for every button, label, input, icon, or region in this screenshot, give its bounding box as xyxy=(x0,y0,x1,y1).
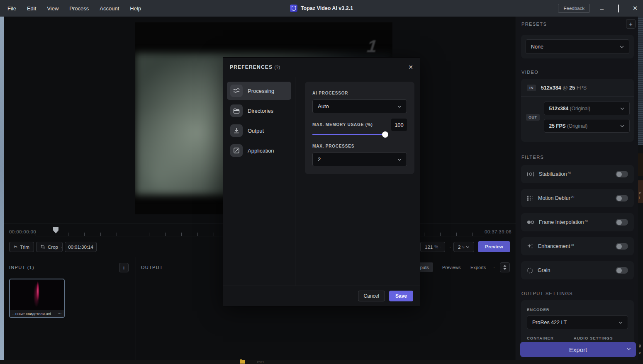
right-sidebar: PRESETS + None VIDEO IN 512x384 @ 25 FPS… xyxy=(516,17,638,360)
input-clip-card[interactable]: ...нные свидетели.avi ⋯ xyxy=(9,279,65,318)
chevron-down-icon xyxy=(466,246,470,248)
toggle-knob xyxy=(616,268,622,273)
ai-processor-dropdown[interactable]: Auto xyxy=(312,99,407,113)
memory-usage-label: MAX. MEMORY USAGE (%) xyxy=(312,122,373,127)
menu-edit[interactable]: Edit xyxy=(27,5,36,12)
topaz-logo-icon xyxy=(290,5,297,12)
panel-divider xyxy=(136,257,136,360)
chevron-down-icon xyxy=(620,107,624,110)
more-options-icon[interactable]: ⋯ xyxy=(58,311,62,316)
video-in-row: IN 512x384 @ 25 FPS xyxy=(521,79,634,96)
audio-settings-label: AUDIO SETTINGS xyxy=(574,336,613,340)
separator-dot: · xyxy=(449,244,451,250)
preview-duration-dropdown[interactable]: 2 s xyxy=(453,242,474,252)
add-preset-button[interactable]: + xyxy=(626,19,636,29)
tab-exports[interactable]: Exports xyxy=(466,262,490,272)
help-hint[interactable]: (?) xyxy=(274,65,280,70)
preset-dropdown[interactable]: None xyxy=(526,39,629,54)
add-input-button[interactable]: + xyxy=(119,263,129,272)
chevron-down-icon xyxy=(626,347,631,350)
slider-thumb[interactable] xyxy=(382,131,388,138)
in-badge: IN xyxy=(527,85,536,91)
memory-usage-value[interactable]: 100 xyxy=(391,119,407,131)
stabilization-toggle[interactable] xyxy=(616,171,628,177)
max-processes-dropdown[interactable]: 2 xyxy=(312,153,407,166)
background-text-fragment: i xyxy=(639,196,640,200)
preset-value: None xyxy=(531,44,543,50)
background-thumb xyxy=(638,153,643,176)
toggle-knob xyxy=(616,244,622,249)
frame-interpolation-toggle[interactable] xyxy=(616,219,628,226)
filter-stabilization[interactable]: StabilizationAI xyxy=(521,165,634,183)
out-framerate-dropdown[interactable]: 25 FPS (Original) xyxy=(544,119,630,133)
save-button[interactable]: Save xyxy=(389,291,413,301)
motion-deblur-toggle[interactable] xyxy=(616,195,628,201)
zoom-level-dropdown[interactable]: 121 % xyxy=(420,242,445,252)
filter-enhancement[interactable]: EnhancementAI xyxy=(521,237,634,255)
out-resolution-note: (Original) xyxy=(570,106,590,112)
ai-processor-value: Auto xyxy=(318,103,329,109)
desktop-folder-label: 2021 xyxy=(257,360,264,364)
toggle-knob xyxy=(616,220,622,225)
menu-bar: File Edit View Process Account Help xyxy=(0,5,141,12)
dialog-header: PREFERENCES(?) ✕ xyxy=(223,58,420,77)
in-at: @ xyxy=(563,85,568,91)
preview-button[interactable]: Preview xyxy=(478,241,510,252)
trim-button[interactable]: ✂ Trim xyxy=(9,242,34,252)
out-resolution-dropdown[interactable]: 512x384 (Original) xyxy=(544,102,630,115)
tab-previews[interactable]: Previews xyxy=(438,262,465,272)
toggle-knob xyxy=(616,196,622,201)
maximize-button[interactable] xyxy=(614,5,623,12)
menu-help[interactable]: Help xyxy=(130,5,141,12)
ai-processor-label: AI PROCESSOR xyxy=(312,91,348,95)
presets-box: None xyxy=(521,35,634,58)
dialog-tab-processing[interactable]: Processing xyxy=(227,82,291,100)
chevron-down-icon xyxy=(620,46,624,48)
feedback-button[interactable]: Feedback xyxy=(558,4,590,13)
filter-grain[interactable]: Grain xyxy=(521,261,634,279)
video-box: IN 512x384 @ 25 FPS OUT 512x384 (Origina… xyxy=(521,79,634,142)
titlebar-controls: Feedback – ✕ xyxy=(558,0,640,17)
export-button[interactable]: Export xyxy=(520,342,636,357)
menu-process[interactable]: Process xyxy=(69,5,89,12)
grain-toggle[interactable] xyxy=(616,267,628,274)
enhancement-toggle[interactable] xyxy=(616,243,628,250)
cancel-button[interactable]: Cancel xyxy=(358,291,385,301)
dialog-body: Processing Directories Output xyxy=(223,77,420,286)
menu-account[interactable]: Account xyxy=(100,5,119,12)
menu-view[interactable]: View xyxy=(47,5,58,12)
background-text-fragment: v xyxy=(639,351,641,355)
out-framerate: 25 FPS xyxy=(549,123,566,129)
folder-icon xyxy=(240,360,245,364)
dialog-tab-application[interactable]: Application xyxy=(227,141,291,160)
encoder-sub-labels: CONTAINER AUDIO SETTINGS xyxy=(527,336,628,340)
minimize-button[interactable]: – xyxy=(597,5,606,12)
timeline-end-time: 00:37:39:06 xyxy=(485,229,511,234)
current-time-value: 00:01:30:14 xyxy=(68,245,93,250)
topaz-video-ai-window: File Edit View Process Account Help Topa… xyxy=(0,0,643,364)
sort-arrows-icon xyxy=(503,265,507,270)
filter-motion-deblur[interactable]: Motion DeblurAI xyxy=(521,189,634,207)
crop-icon xyxy=(41,245,45,249)
dialog-tab-label: Processing xyxy=(248,88,274,94)
filter-frame-interpolation[interactable]: Frame InterpolationAI xyxy=(521,213,634,231)
sort-order-button[interactable] xyxy=(500,262,510,272)
scissors-icon: ✂ xyxy=(14,244,17,250)
dialog-close-button[interactable]: ✕ xyxy=(408,64,413,70)
background-text-fragment: й xyxy=(639,344,641,348)
menu-file[interactable]: File xyxy=(7,5,16,12)
dialog-tab-output[interactable]: Output xyxy=(227,121,291,140)
maximize-icon xyxy=(618,5,619,12)
in-fps: 25 xyxy=(569,85,575,91)
chevron-down-icon xyxy=(619,321,623,324)
clip-thumbnail xyxy=(10,279,64,310)
chevron-down-icon xyxy=(620,125,624,127)
encoder-dropdown[interactable]: ProRes 422 LT xyxy=(527,315,628,329)
dialog-tab-directories[interactable]: Directories xyxy=(227,102,291,120)
memory-usage-slider[interactable] xyxy=(312,134,385,135)
separator-dot: · xyxy=(493,265,495,270)
crop-button[interactable]: Crop xyxy=(36,242,63,252)
current-time-field[interactable]: 00:01:30:14 xyxy=(65,242,97,252)
close-window-button[interactable]: ✕ xyxy=(631,5,640,12)
max-processes-value: 2 xyxy=(318,156,321,163)
